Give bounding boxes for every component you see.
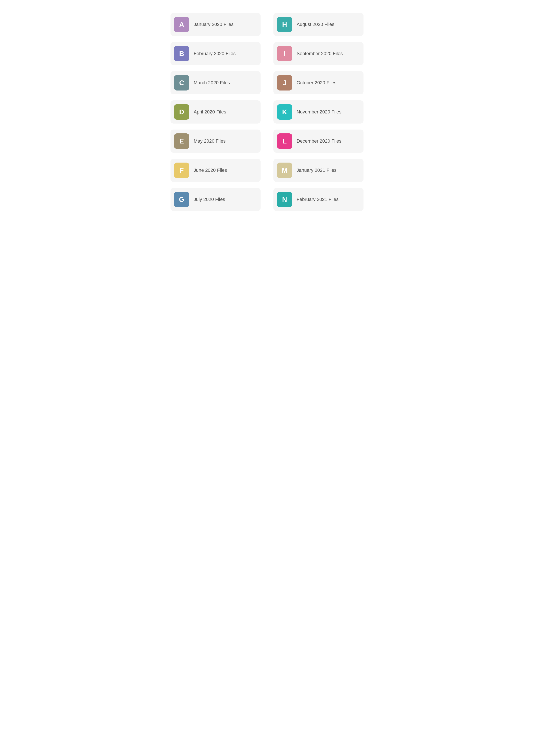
file-item-g[interactable]: GJuly 2020 Files bbox=[171, 188, 260, 211]
file-label-k: November 2020 Files bbox=[297, 109, 341, 115]
file-label-n: February 2021 Files bbox=[297, 197, 339, 202]
file-label-b: February 2020 Files bbox=[194, 51, 236, 56]
file-item-j[interactable]: JOctober 2020 Files bbox=[274, 71, 363, 94]
file-label-c: March 2020 Files bbox=[194, 80, 230, 86]
avatar-letter-a: A bbox=[179, 21, 184, 29]
avatar-g: G bbox=[174, 192, 189, 207]
avatar-letter-n: N bbox=[282, 196, 287, 203]
avatar-b: B bbox=[174, 46, 189, 61]
avatar-n: N bbox=[277, 192, 292, 207]
avatar-letter-b: B bbox=[179, 50, 184, 58]
avatar-letter-j: J bbox=[283, 79, 286, 87]
file-item-e[interactable]: EMay 2020 Files bbox=[171, 129, 260, 153]
file-item-l[interactable]: LDecember 2020 Files bbox=[274, 129, 363, 153]
file-item-f[interactable]: FJune 2020 Files bbox=[171, 159, 260, 182]
file-item-k[interactable]: KNovember 2020 Files bbox=[274, 100, 363, 123]
avatar-letter-l: L bbox=[282, 137, 287, 145]
file-item-d[interactable]: DApril 2020 Files bbox=[171, 100, 260, 123]
avatar-m: M bbox=[277, 163, 292, 178]
file-item-i[interactable]: ISeptember 2020 Files bbox=[274, 42, 363, 65]
file-item-m[interactable]: MJanuary 2021 Files bbox=[274, 159, 363, 182]
file-label-g: July 2020 Files bbox=[194, 197, 225, 202]
avatar-j: J bbox=[277, 75, 292, 91]
file-item-c[interactable]: CMarch 2020 Files bbox=[171, 71, 260, 94]
file-label-e: May 2020 Files bbox=[194, 138, 226, 144]
avatar-l: L bbox=[277, 133, 292, 149]
file-label-l: December 2020 Files bbox=[297, 138, 341, 144]
file-item-h[interactable]: HAugust 2020 Files bbox=[274, 13, 363, 36]
file-item-b[interactable]: BFebruary 2020 Files bbox=[171, 42, 260, 65]
file-label-h: August 2020 Files bbox=[297, 22, 334, 27]
avatar-k: K bbox=[277, 104, 292, 120]
avatar-a: A bbox=[174, 17, 189, 32]
avatar-i: I bbox=[277, 46, 292, 61]
file-label-f: June 2020 Files bbox=[194, 168, 227, 173]
files-grid: AJanuary 2020 FilesHAugust 2020 FilesBFe… bbox=[171, 13, 363, 211]
avatar-letter-h: H bbox=[282, 21, 287, 29]
file-item-a[interactable]: AJanuary 2020 Files bbox=[171, 13, 260, 36]
avatar-letter-g: G bbox=[179, 196, 184, 203]
file-label-a: January 2020 Files bbox=[194, 22, 233, 27]
avatar-h: H bbox=[277, 17, 292, 32]
avatar-letter-d: D bbox=[179, 108, 184, 116]
avatar-e: E bbox=[174, 133, 189, 149]
avatar-d: D bbox=[174, 104, 189, 120]
avatar-letter-e: E bbox=[179, 137, 184, 145]
file-label-d: April 2020 Files bbox=[194, 109, 226, 115]
avatar-letter-f: F bbox=[179, 166, 184, 175]
avatar-letter-k: K bbox=[282, 108, 287, 116]
avatar-f: F bbox=[174, 163, 189, 178]
avatar-letter-i: I bbox=[284, 50, 286, 58]
avatar-letter-m: M bbox=[282, 166, 288, 175]
avatar-letter-c: C bbox=[179, 79, 184, 87]
file-item-n[interactable]: NFebruary 2021 Files bbox=[274, 188, 363, 211]
avatar-c: C bbox=[174, 75, 189, 91]
file-label-m: January 2021 Files bbox=[297, 168, 336, 173]
file-label-j: October 2020 Files bbox=[297, 80, 336, 86]
file-label-i: September 2020 Files bbox=[297, 51, 343, 56]
